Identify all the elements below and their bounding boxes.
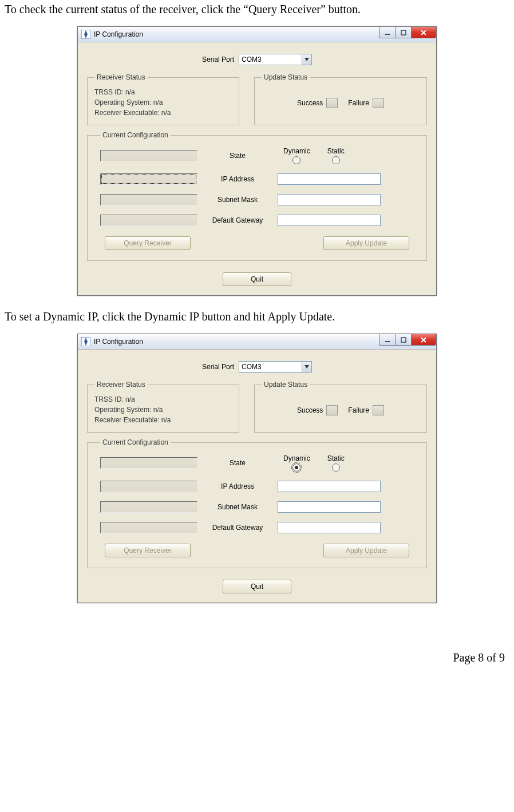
- ip-address-readonly-field: [100, 173, 197, 185]
- trss-id-text: TRSS ID: n/a: [94, 87, 232, 97]
- dynamic-radio[interactable]: [292, 464, 301, 472]
- window-title: IP Configuration: [94, 338, 143, 346]
- failure-indicator: Failure: [348, 98, 384, 108]
- failure-indicator: Failure: [348, 405, 384, 415]
- success-indicator: Success: [297, 98, 338, 108]
- current-configuration-group: Current Configuration State Dynamic Stat…: [87, 131, 427, 261]
- quit-button[interactable]: Quit: [223, 272, 291, 286]
- maximize-button[interactable]: [395, 334, 411, 346]
- default-gateway-label: Default Gateway: [197, 524, 278, 532]
- dynamic-radio-label: Dynamic: [283, 147, 310, 155]
- window-buttons: [379, 27, 436, 38]
- minimize-button[interactable]: [379, 334, 395, 346]
- trss-id-text: TRSS ID: n/a: [94, 394, 232, 405]
- serial-port-value[interactable]: [239, 54, 302, 65]
- static-radio-label: Static: [327, 147, 345, 155]
- serial-port-combo[interactable]: [239, 361, 312, 373]
- dynamic-radio-label: Dynamic: [283, 454, 310, 462]
- operating-system-text: Operating System: n/a: [94, 97, 232, 108]
- receiver-exec-text: Receiver Executable: n/a: [94, 415, 232, 425]
- subnet-mask-label: Subnet Mask: [197, 196, 278, 204]
- ip-address-input[interactable]: [278, 481, 381, 492]
- ip-address-label: IP Address: [197, 175, 278, 183]
- window-buttons: [379, 334, 436, 346]
- default-gateway-readonly-field: [100, 522, 197, 533]
- failure-label: Failure: [348, 99, 369, 107]
- failure-box: [373, 98, 384, 108]
- static-radio-label: Static: [327, 454, 345, 462]
- quit-button[interactable]: Quit: [223, 580, 291, 593]
- titlebar[interactable]: IP Configuration: [78, 334, 436, 350]
- maximize-button[interactable]: [395, 27, 411, 38]
- state-label: State: [197, 459, 278, 467]
- instruction-text-2: To set a Dynamic IP, click the Dynamic I…: [5, 310, 509, 323]
- failure-box: [373, 405, 384, 415]
- receiver-status-group: Receiver Status TRSS ID: n/a Operating S…: [87, 381, 239, 433]
- default-gateway-input[interactable]: [278, 215, 381, 226]
- success-box: [326, 405, 338, 415]
- update-status-group: Update Status Success Failure: [254, 73, 427, 125]
- dynamic-radio[interactable]: [292, 156, 301, 164]
- success-label: Success: [297, 99, 323, 107]
- update-status-legend: Update Status: [262, 73, 310, 81]
- window-client-area: Serial Port Receiver Status TRSS ID: n/a…: [78, 350, 436, 603]
- window-ip-configuration-2: IP Configuration Serial Port: [77, 334, 437, 603]
- ip-address-input[interactable]: [278, 173, 381, 185]
- query-receiver-button[interactable]: Query Receiver: [105, 236, 191, 250]
- minimize-button[interactable]: [379, 27, 395, 38]
- serial-port-combo[interactable]: [239, 54, 312, 65]
- app-icon: [81, 30, 90, 39]
- current-configuration-legend: Current Configuration: [100, 438, 171, 446]
- close-button[interactable]: [411, 334, 436, 346]
- receiver-exec-text: Receiver Executable: n/a: [94, 108, 232, 118]
- svg-rect-1: [385, 34, 390, 35]
- receiver-status-group: Receiver Status TRSS ID: n/a Operating S…: [87, 73, 239, 125]
- subnet-mask-input[interactable]: [278, 194, 381, 205]
- serial-port-label: Serial Port: [202, 363, 234, 371]
- static-radio[interactable]: [332, 464, 340, 472]
- svg-rect-5: [401, 338, 406, 342]
- query-receiver-button[interactable]: Query Receiver: [105, 544, 191, 557]
- failure-label: Failure: [348, 406, 369, 414]
- window-ip-configuration-1: IP Configuration Serial Port: [77, 26, 437, 296]
- static-radio[interactable]: [332, 156, 340, 164]
- receiver-status-legend: Receiver Status: [94, 73, 148, 81]
- success-box: [326, 98, 338, 108]
- update-status-group: Update Status Success Failure: [254, 381, 427, 433]
- serial-port-label: Serial Port: [202, 56, 234, 64]
- instruction-text-1: To check the current status of the recei…: [5, 2, 509, 16]
- current-configuration-legend: Current Configuration: [100, 131, 171, 139]
- operating-system-text: Operating System: n/a: [94, 405, 232, 415]
- svg-rect-2: [401, 30, 406, 35]
- receiver-status-legend: Receiver Status: [94, 381, 148, 389]
- apply-update-button[interactable]: Apply Update: [323, 544, 409, 557]
- state-radio-group: Dynamic Static: [278, 454, 414, 472]
- window-title: IP Configuration: [94, 30, 143, 38]
- serial-port-value[interactable]: [239, 361, 302, 373]
- state-readonly-field: [100, 150, 197, 161]
- app-icon: [81, 337, 90, 346]
- titlebar[interactable]: IP Configuration: [78, 27, 436, 42]
- state-radio-group: Dynamic Static: [278, 147, 414, 164]
- update-status-legend: Update Status: [262, 381, 310, 389]
- default-gateway-readonly-field: [100, 215, 197, 226]
- page-footer: Page 8 of 9: [5, 617, 509, 669]
- default-gateway-input[interactable]: [278, 522, 381, 533]
- success-label: Success: [297, 406, 323, 414]
- success-indicator: Success: [297, 405, 338, 415]
- ip-address-readonly-field: [100, 481, 197, 492]
- subnet-mask-readonly-field: [100, 194, 197, 205]
- window-client-area: Serial Port Receiver Status TRSS ID: n/a…: [78, 42, 436, 295]
- apply-update-button[interactable]: Apply Update: [323, 236, 409, 250]
- close-button[interactable]: [411, 27, 436, 38]
- default-gateway-label: Default Gateway: [197, 216, 278, 224]
- subnet-mask-input[interactable]: [278, 501, 381, 513]
- ip-address-label: IP Address: [197, 482, 278, 490]
- svg-rect-4: [385, 341, 390, 342]
- chevron-down-icon[interactable]: [302, 361, 312, 373]
- current-configuration-group: Current Configuration State Dynamic Stat…: [87, 438, 427, 568]
- subnet-mask-readonly-field: [100, 501, 197, 513]
- chevron-down-icon[interactable]: [302, 54, 312, 65]
- state-label: State: [197, 152, 278, 160]
- state-readonly-field: [100, 457, 197, 469]
